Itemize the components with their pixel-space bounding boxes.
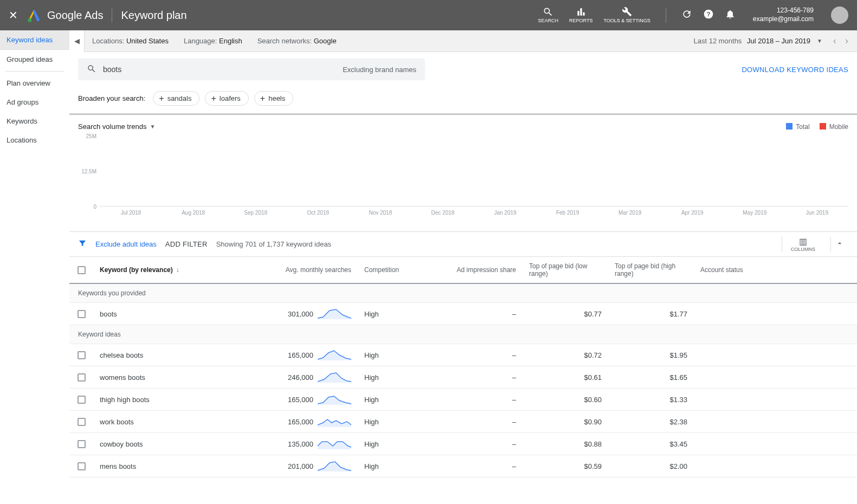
cell-impression: – [442,457,523,476]
sidebar-item[interactable]: Ad groups [0,93,69,112]
svg-point-0 [28,18,31,22]
plus-icon: + [211,95,216,102]
cell-bid-high: $1.77 [608,305,694,324]
refresh-icon[interactable] [681,9,692,22]
header-search-button[interactable]: SEARCH [538,7,559,24]
x-axis-label: Feb 2019 [537,206,599,216]
col-keyword[interactable]: Keyword (by relevance)↓ [93,257,244,283]
row-checkbox[interactable] [78,373,86,382]
add-filter-button[interactable]: ADD FILTER [165,240,208,248]
date-prev-icon[interactable]: ‹ [829,35,841,47]
filter-networks[interactable]: Search networks: Google [250,37,344,45]
help-icon[interactable]: ? [703,9,714,22]
download-keyword-ideas-button[interactable]: DOWNLOAD KEYWORD IDEAS [742,66,848,74]
cell-bid-low: $0.88 [523,435,608,454]
search-icon [87,64,96,75]
row-checkbox[interactable] [78,462,86,470]
select-all-checkbox[interactable] [78,266,86,274]
sidebar: Keyword ideasGrouped ideasPlan overviewA… [0,30,69,504]
columns-button[interactable]: ▥ COLUMNS [782,236,815,252]
header-tools-settings-button[interactable]: TOOLS & SETTINGS [603,7,650,24]
broaden-chip[interactable]: +loafers [205,91,248,106]
header-reports-button[interactable]: REPORTS [569,7,592,24]
col-bid-low[interactable]: Top of page bid (low range) [523,257,608,283]
sparkline-icon [318,372,351,383]
cell-keyword[interactable]: mens boots [93,457,244,476]
filter-icon[interactable] [78,239,87,250]
section-keyword-ideas: Keyword ideas [69,325,857,344]
filter-language[interactable]: Language: English [176,37,250,45]
chart-title[interactable]: Search volume trends [78,122,146,131]
sidebar-item[interactable]: Plan overview [0,74,69,93]
sort-arrow-icon: ↓ [176,266,179,274]
collapse-sidebar-icon[interactable]: ◀ [69,30,85,52]
filter-bar: ◀ Locations: United States Language: Eng… [69,30,857,52]
col-competition[interactable]: Competition [358,257,442,283]
x-axis-label: Jun 2019 [786,206,848,216]
cell-keyword[interactable]: womens boots [93,368,244,387]
cell-keyword[interactable]: chelsea boots [93,346,244,365]
table-row: boots301,000High–$0.77$1.77 [69,303,857,325]
col-bid-high[interactable]: Top of page bid (high range) [608,257,694,283]
logo-area: Google Ads [27,8,103,23]
col-avg-searches[interactable]: Avg. monthly searches [244,257,358,283]
cell-bid-low: $0.90 [523,412,608,431]
sparkline-icon [318,416,351,427]
broaden-chip[interactable]: +sandals [153,91,199,106]
cell-competition: High [358,346,442,365]
x-axis-label: Mar 2019 [599,206,661,216]
exclude-adult-ideas-link[interactable]: Exclude adult ideas [95,240,157,248]
filter-locations[interactable]: Locations: United States [85,37,176,45]
table-row: mens boots201,000High–$0.59$2.00 [69,455,857,477]
cell-bid-low: $0.59 [523,457,608,476]
close-icon[interactable]: ✕ [9,9,18,22]
sidebar-item[interactable]: Grouped ideas [0,50,69,69]
row-checkbox[interactable] [78,396,86,404]
wrench-icon [622,7,633,17]
sparkline-icon [318,461,351,471]
sidebar-item[interactable]: Keywords [0,112,69,131]
broaden-label: Broaden your search: [78,94,145,102]
section-keywords-provided: Keywords you provided [69,284,857,303]
chart-section: Search volume trends ▼ Total Mobile 012.… [69,114,857,232]
broaden-chip[interactable]: +heels [254,91,293,106]
chevron-down-icon: ▼ [150,124,155,130]
row-checkbox[interactable] [78,440,86,448]
row-checkbox[interactable] [78,310,86,318]
x-axis-label: Dec 2018 [411,206,474,216]
cell-bid-high: $1.95 [608,346,694,365]
cell-impression: – [442,390,523,409]
cell-keyword[interactable]: boots [93,305,244,324]
x-axis-label: Nov 2018 [349,206,411,216]
collapse-chart-icon[interactable] [830,237,848,251]
date-next-icon[interactable]: › [841,35,853,47]
cell-impression: – [442,368,523,387]
sparkline-icon [318,394,351,405]
keyword-search-input[interactable]: boots Excluding brand names [78,59,425,80]
cell-status [694,372,857,383]
plus-icon: + [260,95,265,102]
cell-keyword[interactable]: cowboy boots [93,435,244,454]
chart-bars [100,136,848,206]
broaden-search-row: Broaden your search: +sandals+loafers+he… [69,87,857,114]
cell-bid-high: $3.45 [608,435,694,454]
avatar[interactable] [831,7,848,24]
date-range-picker[interactable]: Last 12 months Jul 2018 – Jun 2019 ▼ ‹ › [693,35,857,47]
columns-icon: ▥ [791,236,815,247]
sidebar-item[interactable]: Locations [0,131,69,150]
row-checkbox[interactable] [78,351,86,359]
sparkline-icon [318,350,351,360]
cell-impression: – [442,346,523,365]
row-checkbox[interactable] [78,418,86,426]
cell-keyword[interactable]: work boots [93,412,244,431]
sidebar-item[interactable]: Keyword ideas [0,30,69,50]
account-info[interactable]: 123-456-789 example@gmail.com [753,7,814,23]
cell-status [694,394,857,405]
search-icon [543,7,553,17]
notifications-icon[interactable] [725,9,736,22]
col-impression-share[interactable]: Ad impression share [442,257,523,283]
col-account-status[interactable]: Account status [694,257,857,283]
cell-avg: 135,000 [244,433,358,455]
cell-keyword[interactable]: thigh high boots [93,390,244,409]
cell-bid-low: $0.60 [523,390,608,409]
